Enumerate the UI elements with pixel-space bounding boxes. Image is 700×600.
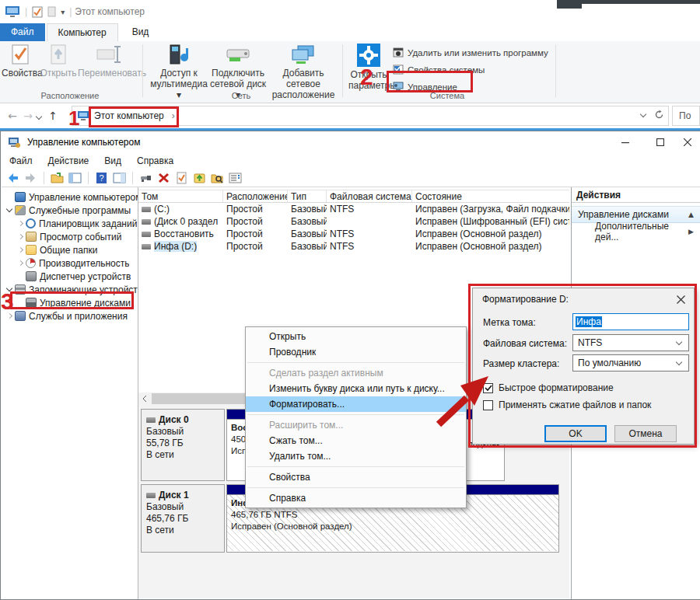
tree-item[interactable]: Производительность [2, 256, 138, 270]
tree-item[interactable]: Просмотр событий [2, 230, 138, 243]
column-layout[interactable]: Расположение [223, 190, 288, 202]
more-actions-item[interactable]: Дополнительные дей... ▶ [572, 223, 700, 240]
context-menu-item[interactable]: Удалить том... [246, 448, 466, 464]
file-icon[interactable] [47, 6, 56, 17]
address-dropdown-icon[interactable] [640, 112, 646, 118]
volume-list-header[interactable]: Том Расположение Тип Файловая система Со… [138, 190, 569, 203]
menu-action[interactable]: Действие [40, 155, 97, 166]
tree-item-label: Диспетчер устройств [40, 271, 131, 282]
recent-locations-dropdown-icon[interactable] [36, 114, 42, 120]
disk0-label-box[interactable]: Диск 0 Базовый 55,78 ГБ В сети [141, 409, 225, 481]
rename-icon [96, 44, 122, 65]
tree-chevron-icon[interactable] [16, 271, 26, 281]
tab-file[interactable]: Файл [0, 23, 45, 41]
disk1-label-box[interactable]: Диск 1 Базовый 465,76 ГБ В сети [141, 484, 225, 553]
tree-chevron-icon[interactable] [16, 232, 26, 242]
tree-chevron-icon[interactable] [16, 218, 26, 228]
annotation-step-2: 2 [360, 64, 373, 90]
tab-view[interactable]: Вид [121, 23, 160, 41]
divider [44, 172, 44, 184]
scroll-left-icon[interactable] [138, 392, 151, 405]
column-volume[interactable]: Том [138, 190, 223, 202]
open-button[interactable]: Открыть [39, 44, 78, 78]
forward-icon[interactable] [24, 172, 37, 184]
list-options-icon[interactable] [229, 172, 242, 184]
mmc-titlebar[interactable]: Управление компьютером [2, 131, 700, 153]
media-access-line1: Доступ к [149, 68, 208, 78]
panel-view-icon[interactable] [113, 172, 126, 184]
context-menu-item[interactable]: Открыть [246, 329, 466, 344]
menu-help[interactable]: Справка [129, 155, 181, 166]
refresh-icon[interactable] [654, 110, 664, 120]
volume-layout: Простой [223, 228, 288, 239]
delete-icon[interactable] [157, 172, 170, 184]
context-menu-item[interactable]: Справка [246, 490, 466, 506]
search-input[interactable]: По [672, 106, 700, 126]
tree-item[interactable]: Общие папки [2, 243, 138, 256]
back-icon[interactable] [6, 172, 19, 184]
rename-button[interactable]: Переименовать [78, 44, 140, 78]
group-label-location: Расположение [16, 91, 124, 100]
close-button[interactable] [677, 133, 698, 152]
column-type[interactable]: Тип [288, 190, 327, 202]
minimize-button[interactable] [610, 133, 641, 152]
volume-type: Базовый [288, 241, 327, 252]
context-menu-item[interactable] [246, 464, 466, 469]
volume-status: Исправен (Шифрованный (EFI) систе [412, 216, 569, 227]
volume-icon [142, 207, 151, 212]
menu-file[interactable]: Файл [2, 155, 40, 166]
volume-row[interactable]: Восстановить Простой Базовый NTFS Исправ… [138, 228, 569, 240]
qat-customize-icon[interactable]: ▾ [61, 8, 65, 16]
rescan-disks-icon[interactable] [139, 172, 152, 184]
context-menu-item-label: Сделать раздел активным [269, 368, 383, 378]
tree-item[interactable]: Службы и приложения [2, 309, 138, 323]
properties-doc-icon [11, 44, 30, 65]
context-menu-item[interactable]: Сжать том... [246, 433, 466, 448]
tree-item-icon [15, 192, 26, 202]
volume-type: Базовый [288, 228, 327, 239]
back-button[interactable]: ← [5, 110, 20, 122]
find-icon[interactable] [211, 172, 224, 184]
context-menu-item[interactable]: Проводник [246, 344, 466, 360]
collapse-icon[interactable]: ▲ [688, 211, 694, 218]
forward-button[interactable]: → [20, 110, 36, 122]
maximize-button[interactable] [645, 133, 676, 152]
properties-button[interactable]: Свойства [2, 44, 39, 78]
help-icon[interactable]: ? [95, 172, 108, 184]
tree-item[interactable]: Служебные программы [2, 204, 138, 217]
volume-filesystem: NTFS [327, 241, 412, 252]
column-status[interactable]: Состояние [412, 190, 569, 202]
context-menu-item[interactable] [246, 360, 466, 365]
volume-filesystem: NTFS [327, 228, 412, 239]
context-menu-item[interactable] [246, 485, 466, 490]
volume-row[interactable]: (Диск 0 раздел 3) Простой Базовый Исправ… [138, 215, 569, 228]
tree-item[interactable]: Диспетчер устройств [2, 270, 138, 283]
tree-item[interactable]: Управление компьютером (л [2, 190, 138, 204]
move-up-icon[interactable] [193, 172, 206, 184]
volume-row[interactable]: (C:) Простой Базовый NTFS Исправен (Загр… [138, 203, 569, 215]
tree-item[interactable]: Планировщик заданий [2, 217, 138, 230]
properties-icon[interactable] [175, 172, 188, 184]
tree-chevron-icon[interactable] [5, 205, 15, 215]
volume-row[interactable]: Инфа (D:) Простой Базовый NTFS Исправен … [138, 240, 569, 253]
tree-chevron-icon[interactable] [16, 258, 26, 268]
up-button[interactable]: ↑ [45, 110, 61, 122]
divider [342, 44, 343, 97]
tree-item-icon [26, 245, 37, 255]
volume-layout: Простой [223, 204, 288, 215]
annotation-box-breadcrumb [89, 106, 179, 127]
uninstall-program-button[interactable]: Удалить или изменить программу [393, 47, 548, 58]
properties-check-icon[interactable] [32, 6, 43, 18]
computer-icon [5, 5, 20, 18]
tree-item-icon [15, 311, 26, 321]
tree-item-icon [26, 232, 37, 242]
menu-view[interactable]: Вид [96, 155, 129, 166]
tab-computer[interactable]: Компьютер [47, 23, 118, 41]
export-folder-icon[interactable] [51, 172, 64, 184]
tree-chevron-icon[interactable] [16, 245, 26, 255]
column-filesystem[interactable]: Файловая система [327, 190, 412, 202]
volume-rows: (C:) Простой Базовый NTFS Исправен (Загр… [138, 203, 569, 253]
context-menu-item[interactable]: Свойства [246, 469, 466, 485]
tree-chevron-icon[interactable] [5, 192, 15, 202]
console-tree-toggle-icon[interactable] [68, 172, 82, 184]
